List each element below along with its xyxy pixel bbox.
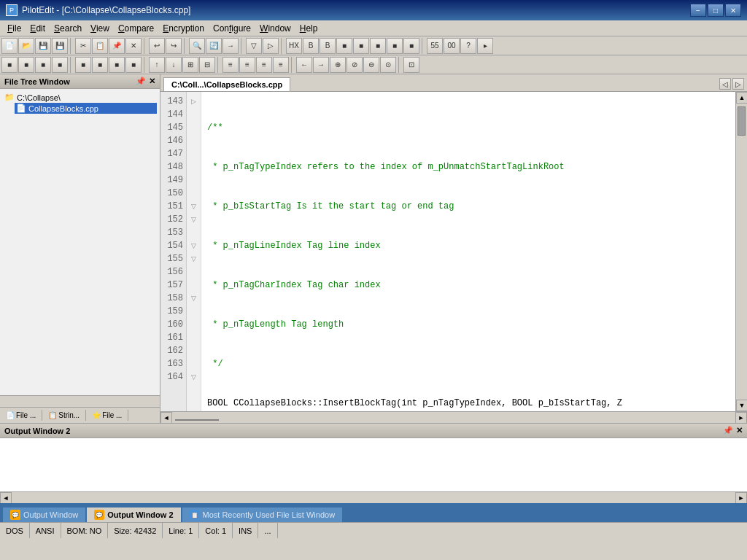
file-tree-close[interactable]: ✕ — [149, 77, 155, 86]
output-tab-1[interactable]: 💬 Output Window — [3, 508, 85, 522]
tb-new[interactable]: 📄 — [1, 38, 18, 54]
menu-bar: File Edit Search View Compare Encryption… — [0, 20, 747, 36]
tb2-b8[interactable]: ■ — [125, 57, 142, 73]
menu-edit[interactable]: Edit — [26, 22, 50, 35]
tb-collapse[interactable]: ▽ — [246, 38, 262, 54]
menu-search[interactable]: Search — [50, 22, 86, 35]
tb-save[interactable]: 💾 — [35, 38, 51, 54]
tb-b3[interactable]: ■ — [336, 38, 352, 54]
tb-undo[interactable]: ↩ — [149, 38, 165, 54]
out-hscroll-left[interactable]: ◄ — [0, 492, 12, 504]
file-tree-pin[interactable]: 📌 — [136, 77, 146, 86]
code-editor[interactable]: /** * p_nTagTypeIndex refers to the inde… — [201, 92, 735, 411]
menu-configure[interactable]: Configure — [209, 22, 255, 35]
output-tab-3[interactable]: 📋 Most Recently Used File List Window — [182, 508, 343, 522]
tb2-b14[interactable]: ≡ — [239, 57, 255, 73]
tb-b5[interactable]: ■ — [370, 38, 386, 54]
tb-b2[interactable]: B — [320, 38, 336, 54]
menu-window[interactable]: Window — [255, 22, 295, 35]
tb-expand[interactable]: ▷ — [263, 38, 279, 54]
gutter-155[interactable]: ▽ — [187, 252, 200, 265]
hscroll-thumb[interactable] — [175, 419, 219, 421]
output-pin[interactable]: 📌 — [723, 426, 733, 435]
tb2-b9[interactable]: ↑ — [149, 57, 165, 73]
gutter-158[interactable]: ▽ — [187, 292, 200, 305]
tb2-b3[interactable]: ■ — [35, 57, 51, 73]
tb2-b5[interactable]: ■ — [75, 57, 91, 73]
tb-copy[interactable]: 📋 — [92, 38, 108, 54]
hscroll-right[interactable]: ► — [735, 412, 747, 424]
tb-help[interactable]: ? — [460, 38, 476, 54]
gutter-143[interactable]: ▷ — [187, 95, 200, 108]
tb2-b6[interactable]: ■ — [92, 57, 108, 73]
gutter-151[interactable]: ▽ — [187, 200, 200, 213]
ft-tab-string[interactable]: 📋 Strin... — [42, 410, 86, 421]
output-tab-2[interactable]: 💬 Output Window 2 — [87, 508, 180, 522]
tb-open[interactable]: 📂 — [18, 38, 34, 54]
tb2-b15[interactable]: ≡ — [256, 57, 272, 73]
menu-file[interactable]: File — [3, 22, 26, 35]
editor-hscrollbar[interactable]: ◄ ► — [160, 411, 747, 423]
vscroll-thumb[interactable] — [738, 106, 746, 136]
tb2-b2[interactable]: ■ — [18, 57, 34, 73]
tb-b10[interactable]: ▸ — [477, 38, 493, 54]
tb-b1[interactable]: B — [303, 38, 319, 54]
tb2-b16[interactable]: ≡ — [273, 57, 289, 73]
hscroll-left[interactable]: ◄ — [160, 412, 172, 424]
gutter-164[interactable]: ▽ — [187, 370, 200, 384]
tb2-b1[interactable]: ■ — [1, 57, 18, 73]
tb2-b17[interactable]: ← — [296, 57, 312, 73]
tb2-b12[interactable]: ⊟ — [199, 57, 215, 73]
close-button[interactable]: ✕ — [725, 4, 741, 17]
tb2-b10[interactable]: ↓ — [166, 57, 182, 73]
ft-tab-file1[interactable]: 📄 File ... — [0, 410, 42, 421]
tb2-b21[interactable]: ⊖ — [363, 57, 379, 73]
tb-hex[interactable]: HX — [286, 38, 302, 54]
tb2-b11[interactable]: ⊞ — [182, 57, 198, 73]
tb-b8[interactable]: 55 — [427, 38, 443, 54]
tb2-b18[interactable]: → — [313, 57, 329, 73]
tb2-b22[interactable]: ⊙ — [380, 57, 396, 73]
tb-goto[interactable]: → — [222, 38, 239, 54]
output-hscrollbar[interactable]: ◄ ► — [0, 491, 747, 503]
tab-nav-prev[interactable]: ◁ — [719, 78, 731, 90]
out-hscroll-track[interactable] — [12, 492, 735, 503]
editor-vscrollbar[interactable]: ▲ ▼ — [735, 92, 747, 411]
maximize-button[interactable]: □ — [708, 4, 724, 17]
menu-view[interactable]: View — [86, 22, 114, 35]
vscroll-down[interactable]: ▼ — [736, 400, 747, 411]
tb-find[interactable]: 🔍 — [189, 38, 205, 54]
tb2-b4[interactable]: ■ — [52, 57, 68, 73]
tb-b7[interactable]: ■ — [403, 38, 419, 54]
vscroll-up[interactable]: ▲ — [736, 92, 747, 104]
ft-tab-file2[interactable]: ⭐ File ... — [86, 410, 128, 421]
tb-save-all[interactable]: 💾 — [52, 38, 68, 54]
gutter-154[interactable]: ▽ — [187, 239, 200, 252]
tree-file-item[interactable]: 📄 CollapseBlocks.cpp — [15, 103, 157, 114]
menu-encryption[interactable]: Encryption — [158, 22, 209, 35]
tab-nav-next[interactable]: ▷ — [732, 78, 744, 90]
tb-b4[interactable]: ■ — [353, 38, 369, 54]
tb-b9[interactable]: 00 — [444, 38, 460, 54]
tb2-b7[interactable]: ■ — [109, 57, 125, 73]
out-hscroll-right[interactable]: ► — [735, 492, 747, 504]
menu-compare[interactable]: Compare — [114, 22, 158, 35]
tree-root[interactable]: 📁 C:\Collapse\ — [3, 92, 157, 103]
tb-redo[interactable]: ↪ — [166, 38, 182, 54]
tb2-b20[interactable]: ⊘ — [347, 57, 363, 73]
tb-replace[interactable]: 🔄 — [206, 38, 222, 54]
minimize-button[interactable]: − — [690, 4, 706, 17]
tb-paste[interactable]: 📌 — [109, 38, 125, 54]
file-tree-scrollbar[interactable] — [0, 395, 160, 407]
editor-tab-main[interactable]: C:\Coll...\CollapseBlocks.cpp — [163, 77, 290, 91]
tb2-b23[interactable]: ⊡ — [403, 57, 419, 73]
gutter-152[interactable]: ▽ — [187, 213, 200, 226]
tb2-b13[interactable]: ≡ — [222, 57, 239, 73]
menu-help[interactable]: Help — [295, 22, 322, 35]
tb2-b19[interactable]: ⊕ — [330, 57, 346, 73]
tb-b6[interactable]: ■ — [387, 38, 403, 54]
tb-cut[interactable]: ✂ — [75, 38, 91, 54]
vscroll-track[interactable] — [736, 104, 747, 400]
tb-delete[interactable]: ✕ — [125, 38, 142, 54]
output-close[interactable]: ✕ — [736, 426, 743, 435]
